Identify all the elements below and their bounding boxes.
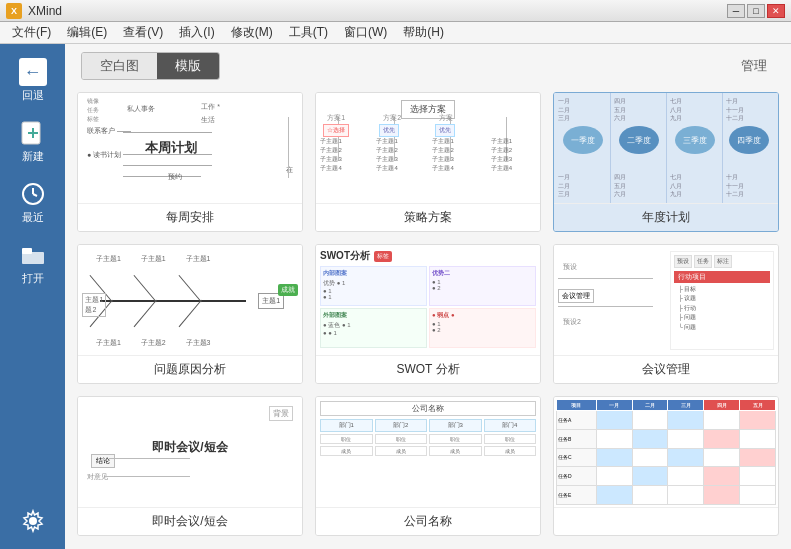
settings-icon	[19, 507, 47, 535]
app-title: XMind	[28, 4, 62, 18]
template-grid: 本周计划 工作 * 生活 联系客户 —— ● 读书计划 预约 在 镜像任务标签 …	[77, 92, 779, 536]
window-controls[interactable]: ─ □ ✕	[727, 4, 785, 18]
menu-tools[interactable]: 工具(T)	[281, 22, 336, 43]
template-card-meeting[interactable]: 预设 会议管理 预设2 预设 任务 标注	[553, 244, 779, 384]
open-icon	[19, 241, 47, 269]
template-card-strategy[interactable]: 选择方案 方案1 方案2 方案 ☆选择 优先	[315, 92, 541, 232]
card-label-weekly: 每周安排	[78, 203, 302, 231]
blank-view-btn[interactable]: 空白图	[82, 53, 157, 79]
menu-insert[interactable]: 插入(I)	[171, 22, 222, 43]
maximize-button[interactable]: □	[747, 4, 765, 18]
sidebar: ← 回退 新建	[0, 44, 65, 549]
manage-button[interactable]: 管理	[733, 53, 775, 79]
card-label-swot: SWOT 分析	[316, 355, 540, 383]
settings-button[interactable]	[5, 501, 60, 541]
card-label-orgchart: 公司名称	[316, 507, 540, 535]
card-label-meeting: 会议管理	[554, 355, 778, 383]
card-image-strategy: 选择方案 方案1 方案2 方案 ☆选择 优先	[316, 93, 540, 203]
menu-window[interactable]: 窗口(W)	[336, 22, 395, 43]
card-label-strategy: 策略方案	[316, 203, 540, 231]
new-icon	[19, 119, 47, 147]
svg-rect-7	[22, 252, 44, 264]
template-grid-container[interactable]: 本周计划 工作 * 生活 联系客户 —— ● 读书计划 预约 在 镜像任务标签 …	[65, 88, 791, 549]
menu-view[interactable]: 查看(V)	[115, 22, 171, 43]
template-card-yearplan[interactable]: 一季度 二季度 三季度 四季度 一月二月三月 四月五月六月 七月八月九月 十月十…	[553, 92, 779, 232]
card-image-yearplan: 一季度 二季度 三季度 四季度 一月二月三月 四月五月六月 七月八月九月 十月十…	[554, 93, 778, 203]
card-label-yearplan: 年度计划	[554, 203, 778, 231]
top-controls: 空白图 模版 管理	[65, 44, 791, 88]
card-image-weekly: 本周计划 工作 * 生活 联系客户 —— ● 读书计划 预约 在 镜像任务标签 …	[78, 93, 302, 203]
svg-point-8	[29, 517, 37, 525]
card-image-tablemap: 项目 一月 二月 三月 四月 五月 任务A	[554, 397, 778, 507]
content-area: 空白图 模版 管理	[65, 44, 791, 549]
recent-icon	[19, 180, 47, 208]
close-button[interactable]: ✕	[767, 4, 785, 18]
card-image-orgchart: 公司名称 部门1 部门2 部门3 部门4 职位 职位 职	[316, 397, 540, 507]
card-label-tablemap	[554, 507, 778, 518]
settings-area	[5, 501, 60, 541]
back-arrow-icon: ←	[24, 62, 42, 83]
menu-file[interactable]: 文件(F)	[4, 22, 59, 43]
minimize-button[interactable]: ─	[727, 4, 745, 18]
card-image-instant: 背景 即时会议/短会 结论 对意见	[78, 397, 302, 507]
open-button[interactable]: 打开	[5, 235, 60, 292]
main-container: ← 回退 新建	[0, 44, 791, 549]
recent-label: 最近	[22, 210, 44, 225]
card-label-instant: 即时会议/短会	[78, 507, 302, 535]
menu-bar: 文件(F) 编辑(E) 查看(V) 插入(I) 修改(M) 工具(T) 窗口(W…	[0, 22, 791, 44]
back-icon: ←	[19, 58, 47, 86]
menu-edit[interactable]: 编辑(E)	[59, 22, 115, 43]
template-card-orgchart[interactable]: 公司名称 部门1 部门2 部门3 部门4 职位 职位 职	[315, 396, 541, 536]
template-view-btn[interactable]: 模版	[157, 53, 219, 79]
title-bar-left: X XMind	[6, 3, 62, 19]
back-button[interactable]: ← 回退	[5, 52, 60, 109]
new-label: 新建	[22, 149, 44, 164]
card-image-problem: 主题1 子主题1 子主题1 子主题1	[78, 245, 302, 355]
back-icon-box: ←	[19, 58, 47, 86]
template-card-problem[interactable]: 主题1 子主题1 子主题1 子主题1	[77, 244, 303, 384]
template-card-tablemap[interactable]: 项目 一月 二月 三月 四月 五月 任务A	[553, 396, 779, 536]
svg-line-5	[33, 194, 37, 196]
template-card-weekly[interactable]: 本周计划 工作 * 生活 联系客户 —— ● 读书计划 预约 在 镜像任务标签 …	[77, 92, 303, 232]
card-image-swot: SWOT分析 标签 内部图案 优势 ● 1 ● 1 ● 1	[316, 245, 540, 355]
card-image-meeting: 预设 会议管理 预设2 预设 任务 标注	[554, 245, 778, 355]
menu-modify[interactable]: 修改(M)	[223, 22, 281, 43]
card-label-problem: 问题原因分析	[78, 355, 302, 383]
menu-help[interactable]: 帮助(H)	[395, 22, 452, 43]
template-card-instant[interactable]: 背景 即时会议/短会 结论 对意见 即时会议/短会	[77, 396, 303, 536]
new-button[interactable]: 新建	[5, 113, 60, 170]
app-icon: X	[6, 3, 22, 19]
open-label: 打开	[22, 271, 44, 286]
template-card-swot[interactable]: SWOT分析 标签 内部图案 优势 ● 1 ● 1 ● 1	[315, 244, 541, 384]
title-bar: X XMind ─ □ ✕	[0, 0, 791, 22]
recent-button[interactable]: 最近	[5, 174, 60, 231]
back-label: 回退	[22, 88, 44, 103]
view-toggle[interactable]: 空白图 模版	[81, 52, 220, 80]
